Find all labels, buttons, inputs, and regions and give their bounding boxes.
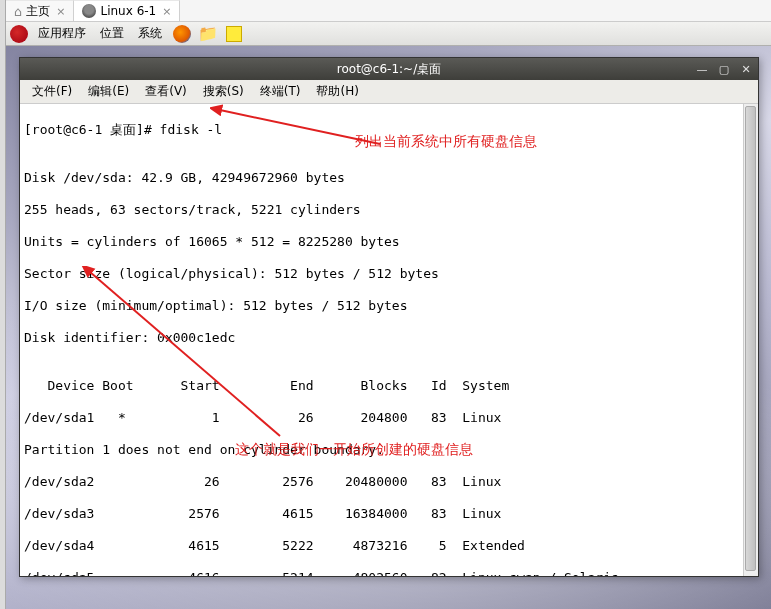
- output-line: I/O size (minimum/optimal): 512 bytes / …: [24, 298, 754, 314]
- file-manager-icon[interactable]: 📁: [198, 24, 218, 44]
- titlebar[interactable]: root@c6-1:~/桌面 — ▢ ✕: [20, 58, 758, 80]
- table-row: /dev/sda2 26 2576 20480000 83 Linux: [24, 474, 754, 490]
- tab-label: 主页: [26, 3, 50, 20]
- window-title: root@c6-1:~/桌面: [337, 61, 441, 78]
- minimize-button[interactable]: —: [694, 62, 710, 76]
- table-row: /dev/sda5 4616 5214 4802560 82 Linux swa…: [24, 570, 754, 576]
- menu-terminal[interactable]: 终端(T): [252, 80, 309, 103]
- panel-system[interactable]: 系统: [134, 23, 166, 44]
- output-line: Disk identifier: 0x000c1edc: [24, 330, 754, 346]
- menu-edit[interactable]: 编辑(E): [80, 80, 137, 103]
- close-icon[interactable]: ×: [56, 5, 65, 18]
- menu-view[interactable]: 查看(V): [137, 80, 195, 103]
- output-line: Disk /dev/sda: 42.9 GB, 42949672960 byte…: [24, 170, 754, 186]
- left-sidebar: [0, 0, 6, 609]
- firefox-icon[interactable]: [172, 24, 192, 44]
- output-line: 255 heads, 63 sectors/track, 5221 cylind…: [24, 202, 754, 218]
- prompt-line: [root@c6-1 桌面]# fdisk -l: [24, 122, 754, 138]
- table-row: /dev/sda4 4615 5222 4873216 5 Extended: [24, 538, 754, 554]
- output-line: Partition 1 does not end on cylinder bou…: [24, 442, 754, 458]
- tab-bar: ⌂ 主页 × Linux 6-1 ×: [6, 0, 771, 22]
- output-line: Sector size (logical/physical): 512 byte…: [24, 266, 754, 282]
- output-line: Units = cylinders of 16065 * 512 = 82252…: [24, 234, 754, 250]
- scrollbar-thumb[interactable]: [745, 106, 756, 571]
- menu-search[interactable]: 搜索(S): [195, 80, 252, 103]
- maximize-button[interactable]: ▢: [716, 62, 732, 76]
- tab-label: Linux 6-1: [100, 4, 156, 18]
- panel-applications[interactable]: 应用程序: [34, 23, 90, 44]
- close-icon[interactable]: ×: [162, 5, 171, 18]
- tab-home[interactable]: ⌂ 主页 ×: [6, 0, 74, 21]
- redhat-icon[interactable]: [10, 25, 28, 43]
- table-row: /dev/sda1 * 1 26 204800 83 Linux: [24, 410, 754, 426]
- menu-help[interactable]: 帮助(H): [308, 80, 366, 103]
- tab-linux[interactable]: Linux 6-1 ×: [74, 0, 180, 21]
- terminal-window: root@c6-1:~/桌面 — ▢ ✕ 文件(F) 编辑(E) 查看(V) 搜…: [19, 57, 759, 577]
- menubar: 文件(F) 编辑(E) 查看(V) 搜索(S) 终端(T) 帮助(H): [20, 80, 758, 104]
- terminal-body[interactable]: [root@c6-1 桌面]# fdisk -l Disk /dev/sda: …: [20, 104, 758, 576]
- table-row: /dev/sda3 2576 4615 16384000 83 Linux: [24, 506, 754, 522]
- notes-icon[interactable]: [224, 24, 244, 44]
- gnome-panel: 应用程序 位置 系统 📁: [6, 22, 771, 46]
- home-icon: ⌂: [14, 4, 22, 19]
- menu-file[interactable]: 文件(F): [24, 80, 80, 103]
- panel-places[interactable]: 位置: [96, 23, 128, 44]
- vm-icon: [82, 4, 96, 18]
- close-button[interactable]: ✕: [738, 62, 754, 76]
- table-header: Device Boot Start End Blocks Id System: [24, 378, 754, 394]
